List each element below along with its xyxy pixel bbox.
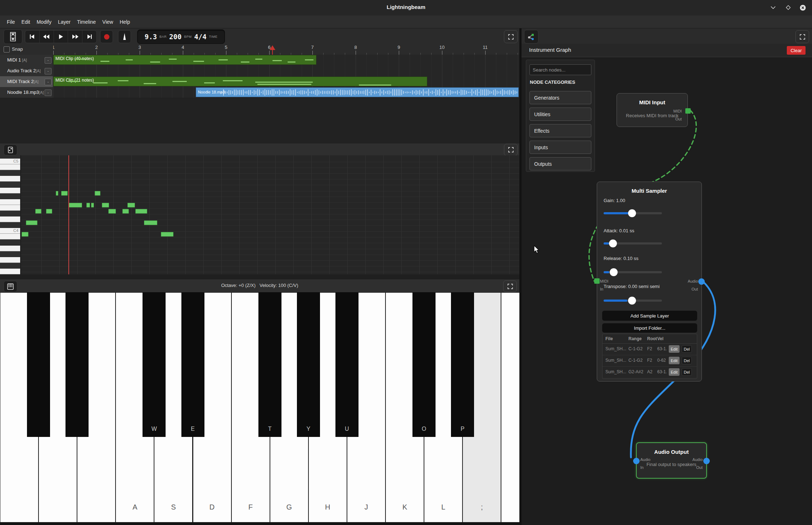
- black-key-T[interactable]: T: [258, 292, 281, 437]
- midi-note[interactable]: [35, 209, 41, 214]
- track-mute-button[interactable]: -: [45, 68, 51, 74]
- add-sample-layer-button[interactable]: Add Sample Layer: [602, 311, 697, 321]
- piano-roll-key[interactable]: [0, 199, 20, 205]
- rewind-button[interactable]: [40, 31, 54, 43]
- slider-knob[interactable]: [628, 209, 636, 217]
- tempo-display[interactable]: 9.3BAR 200BPM 4/4TIME: [137, 29, 225, 44]
- timeline-playhead[interactable]: [270, 45, 275, 50]
- midi-note[interactable]: [56, 191, 58, 196]
- midi-note[interactable]: [26, 220, 37, 225]
- midi-note[interactable]: [22, 232, 28, 237]
- black-key-Y[interactable]: Y: [297, 292, 320, 437]
- menu-modify[interactable]: Modify: [33, 19, 55, 25]
- node-audio-output[interactable]: Audio Output Final output to speakers Au…: [636, 442, 707, 479]
- play-button[interactable]: [54, 31, 68, 43]
- piano-view-button[interactable]: [4, 281, 17, 292]
- midi-note[interactable]: [95, 191, 100, 196]
- track-mute-button[interactable]: -: [45, 90, 51, 96]
- slider-knob[interactable]: [609, 239, 617, 247]
- node-multi-sampler[interactable]: Multi Sampler MIDI In Audio Out Gain: 1.…: [597, 182, 702, 382]
- midi-clip[interactable]: MIDI Clip (40 notes): [53, 55, 316, 65]
- menu-edit[interactable]: Edit: [18, 19, 33, 25]
- clear-button[interactable]: Clear: [787, 46, 806, 55]
- piano-roll-playhead[interactable]: [68, 155, 69, 274]
- track-header[interactable]: MIDI 1 [A]-: [0, 55, 53, 65]
- track-mute-button[interactable]: -: [45, 57, 51, 64]
- minimize-icon[interactable]: [769, 3, 777, 12]
- edit-button[interactable]: Edit: [669, 345, 680, 353]
- piano-roll-key[interactable]: [0, 239, 20, 245]
- piano-roll-key[interactable]: [0, 216, 20, 222]
- piano-roll-key[interactable]: [0, 193, 20, 199]
- import-folder-button[interactable]: Import Folder...: [602, 323, 697, 333]
- midi-note[interactable]: [161, 232, 173, 237]
- skip-start-button[interactable]: [25, 31, 40, 43]
- track-header[interactable]: MIDI Track 2[A]-: [0, 76, 53, 87]
- category-utilities[interactable]: Utilities: [529, 108, 591, 121]
- piano-roll-key[interactable]: [0, 176, 20, 182]
- audio-out-port[interactable]: [703, 458, 710, 464]
- track-lane[interactable]: MIDI Clip (21 notes): [53, 76, 519, 87]
- midi-note[interactable]: [86, 203, 90, 207]
- category-inputs[interactable]: Inputs: [529, 141, 591, 154]
- track-lane[interactable]: [53, 65, 519, 76]
- black-key-E[interactable]: E: [181, 292, 204, 437]
- slider-track[interactable]: [604, 300, 662, 302]
- midi-note[interactable]: [135, 209, 147, 214]
- slider-track[interactable]: [604, 242, 662, 245]
- midi-note[interactable]: [91, 203, 94, 207]
- piano-roll-key[interactable]: [0, 257, 20, 263]
- track-mute-button[interactable]: -: [45, 79, 51, 85]
- film-timeline-button[interactable]: [4, 29, 22, 44]
- midi-note[interactable]: [144, 220, 157, 225]
- piano-roll-expand-button[interactable]: [504, 144, 518, 156]
- node-midi-input[interactable]: MIDI Input Receives MIDI from track MIDI…: [617, 93, 688, 127]
- menu-view[interactable]: View: [99, 19, 116, 25]
- black-key[interactable]: [27, 292, 50, 437]
- category-effects[interactable]: Effects: [529, 124, 591, 137]
- audio-out-port[interactable]: [698, 278, 705, 285]
- midi-note[interactable]: [108, 209, 116, 214]
- piano-roll-key[interactable]: C4: [0, 228, 20, 234]
- piano-roll-key[interactable]: [0, 246, 20, 251]
- graph-expand-button[interactable]: [795, 30, 809, 43]
- midi-note[interactable]: [46, 209, 52, 214]
- menu-file[interactable]: File: [4, 19, 18, 25]
- midi-note[interactable]: [61, 191, 68, 196]
- track-header[interactable]: Noodle 18.mp3[A]-: [0, 87, 53, 98]
- track-lane[interactable]: Noodle 18.mp3: [53, 87, 519, 98]
- piano-roll-key[interactable]: [0, 234, 20, 239]
- search-input[interactable]: [529, 64, 591, 75]
- slider-knob[interactable]: [628, 297, 636, 305]
- snap-checkbox[interactable]: [4, 46, 10, 52]
- audio-clip[interactable]: Noodle 18.mp3: [196, 87, 519, 97]
- close-icon[interactable]: [798, 3, 807, 12]
- piano-roll-key[interactable]: [0, 269, 20, 274]
- black-key-W[interactable]: W: [143, 292, 166, 437]
- category-generators[interactable]: Generators: [529, 91, 591, 104]
- track-lane[interactable]: MIDI Clip (40 notes): [53, 55, 519, 65]
- piano-roll-key[interactable]: [0, 188, 20, 193]
- piano-roll-key[interactable]: [0, 182, 20, 187]
- black-key-P[interactable]: P: [451, 292, 474, 437]
- midi-note[interactable]: [102, 203, 109, 207]
- slider-knob[interactable]: [610, 268, 618, 276]
- edit-button[interactable]: Edit: [669, 368, 680, 376]
- timeline-ruler[interactable]: 1234567891011: [53, 44, 519, 55]
- piano-roll-view-button[interactable]: [4, 145, 17, 155]
- piano-roll-key[interactable]: [0, 263, 20, 269]
- piano-roll-grid[interactable]: C5C4: [0, 155, 519, 274]
- piano-roll-key[interactable]: C5: [0, 159, 20, 164]
- delete-button[interactable]: Del: [682, 357, 692, 364]
- midi-clip[interactable]: MIDI Clip (21 notes): [53, 77, 427, 86]
- midi-out-port[interactable]: [685, 108, 691, 114]
- white-key[interactable]: [501, 292, 519, 522]
- piano-roll-key[interactable]: [0, 155, 20, 159]
- timeline-expand-button[interactable]: [504, 30, 518, 43]
- black-key[interactable]: [66, 292, 89, 437]
- midi-in-port[interactable]: [594, 278, 600, 284]
- audio-in-port[interactable]: [633, 458, 640, 464]
- delete-button[interactable]: Del: [682, 368, 692, 376]
- graph-view-button[interactable]: [524, 30, 538, 44]
- piano-expand-button[interactable]: [503, 280, 517, 292]
